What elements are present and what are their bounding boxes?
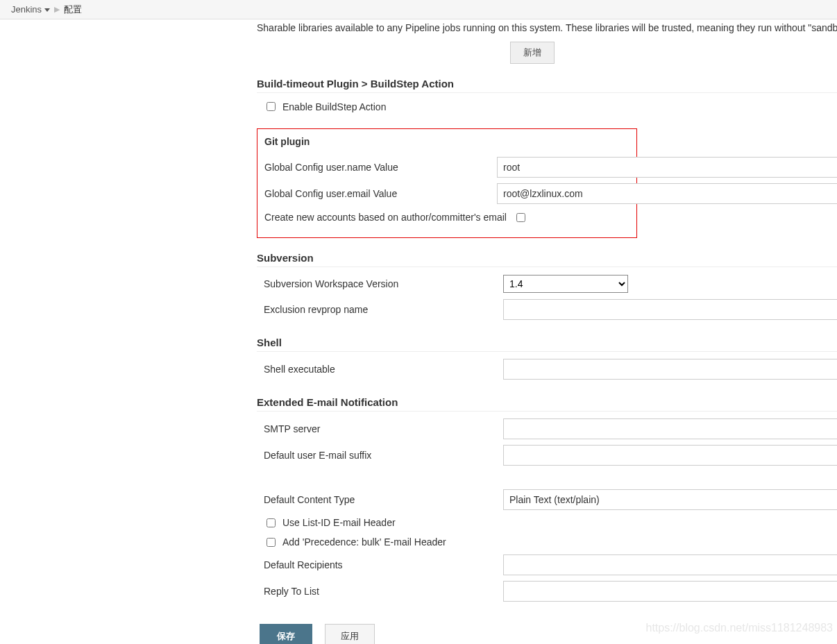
section-extended-email: Extended E-mail Notification <box>257 396 837 412</box>
enable-buildstep-checkbox[interactable] <box>267 102 276 111</box>
git-user-name-input[interactable] <box>497 157 837 178</box>
default-recipients-label: Default Recipients <box>257 559 503 570</box>
smtp-server-input[interactable] <box>503 418 837 439</box>
chevron-down-icon <box>44 8 50 12</box>
apply-button[interactable]: 应用 <box>325 624 375 644</box>
list-id-checkbox[interactable] <box>267 518 276 527</box>
git-create-accounts-label: Create new accounts based on author/comm… <box>264 212 507 223</box>
enable-buildstep-label: Enable BuildStep Action <box>282 101 386 112</box>
breadcrumb-root-label: Jenkins <box>11 4 42 15</box>
save-button[interactable]: 保存 <box>260 624 312 644</box>
section-subversion: Subversion <box>257 252 837 267</box>
email-suffix-label: Default user E-mail suffix <box>257 450 503 461</box>
svn-ws-version-label: Subversion Workspace Version <box>257 278 503 289</box>
reply-to-label: Reply To List <box>257 586 503 597</box>
breadcrumb-root[interactable]: Jenkins <box>11 4 50 15</box>
git-plugin-section: Git plugin Global Config user.name Value… <box>257 128 637 238</box>
git-user-email-input[interactable] <box>497 183 837 204</box>
breadcrumb-separator: ▶ <box>54 5 60 14</box>
section-build-timeout: Build-timeout Plugin > BuildStep Action <box>257 78 837 93</box>
precedence-bulk-checkbox[interactable] <box>267 538 276 547</box>
git-plugin-heading: Git plugin <box>257 136 636 147</box>
breadcrumb-current: 配置 <box>64 3 82 16</box>
breadcrumb: Jenkins ▶ 配置 <box>0 0 837 19</box>
svn-exclusion-input[interactable] <box>503 299 837 320</box>
content-type-input[interactable] <box>503 489 837 510</box>
reply-to-input[interactable] <box>503 581 837 602</box>
list-id-label: Use List-ID E-mail Header <box>282 517 396 528</box>
git-user-name-label: Global Config user.name Value <box>257 162 497 173</box>
shell-executable-label: Shell executable <box>257 364 503 375</box>
shell-executable-input[interactable] <box>503 359 837 380</box>
precedence-bulk-label: Add 'Precedence: bulk' E-mail Header <box>282 536 446 548</box>
git-create-accounts-checkbox[interactable] <box>516 213 525 222</box>
email-suffix-input[interactable] <box>503 445 837 466</box>
section-shell: Shell <box>257 337 837 352</box>
svn-ws-version-select[interactable]: 1.4 <box>503 275 628 293</box>
default-recipients-input[interactable] <box>503 554 837 575</box>
svn-exclusion-label: Exclusion revprop name <box>257 304 503 315</box>
content-type-label: Default Content Type <box>257 494 503 505</box>
smtp-server-label: SMTP server <box>257 423 503 434</box>
add-library-button[interactable]: 新增 <box>510 42 555 64</box>
git-user-email-label: Global Config user.email Value <box>257 188 497 199</box>
pipeline-libraries-description: Sharable libraries available to any Pipe… <box>257 22 837 33</box>
